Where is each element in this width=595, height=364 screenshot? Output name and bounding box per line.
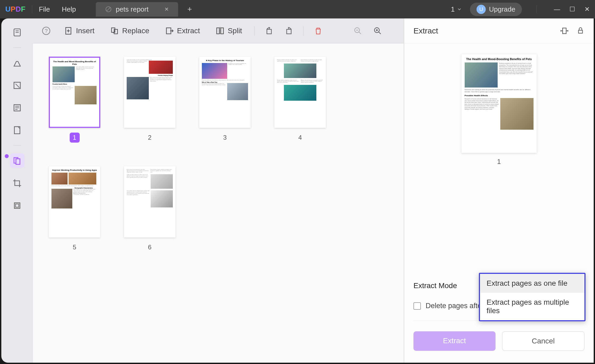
svg-rect-27 (287, 29, 291, 34)
minimize-icon[interactable]: — (554, 6, 560, 13)
tab-title: pets report (116, 5, 149, 13)
preview-subtitle: Possible Health Effects (465, 94, 534, 97)
page-count-selector[interactable]: 1 (451, 5, 462, 13)
title-bar: UPDF File Help pets report ✕ + 1 U Upgra… (0, 0, 595, 18)
replace-label: Replace (122, 27, 149, 35)
document-tab[interactable]: pets report ✕ (96, 2, 178, 17)
insert-button[interactable]: Insert (61, 24, 98, 37)
maximize-icon[interactable]: ☐ (569, 6, 575, 13)
page-thumb-4[interactable]: Et quasi architecto beatae vitae dicta s… (274, 57, 326, 143)
svg-rect-35 (563, 28, 566, 33)
page-thumb-1[interactable]: The Health and Mood-Boosting Benefits of… (49, 57, 100, 143)
preview-page-num: 1 (497, 158, 501, 166)
fit-width-icon[interactable] (560, 27, 569, 35)
page-num-badge: 3 (220, 133, 230, 143)
svg-line-29 (359, 32, 361, 34)
sidebar-edit-text-icon[interactable] (10, 78, 25, 93)
upgrade-button[interactable]: U Upgrade (470, 3, 522, 16)
preview-title: The Health and Mood-Boosting Benefits of… (465, 57, 534, 61)
thumb-title: The Health and Mood-Boosting Benefits of… (53, 60, 97, 65)
svg-line-32 (379, 32, 381, 34)
page-count-value: 1 (451, 5, 455, 13)
svg-text:?: ? (45, 28, 47, 34)
rotate-right-icon[interactable] (284, 26, 294, 36)
page-thumb-6[interactable]: At vero eos et accusamus et iusto odio d… (124, 166, 175, 252)
svg-line-1 (106, 7, 110, 11)
menu-file[interactable]: File (39, 5, 50, 13)
extract-label: Extract (177, 27, 200, 35)
sidebar-drag-handle[interactable] (5, 154, 9, 158)
chevron-down-icon (457, 7, 462, 12)
lock-icon[interactable] (577, 27, 584, 35)
close-icon[interactable]: ✕ (584, 6, 590, 13)
new-tab-button[interactable]: + (187, 5, 192, 14)
page-thumb-2[interactable]: Lorem ipsum dolor sit amet consectetur a… (124, 57, 175, 143)
option-multiple-files[interactable]: Extract pages as multiple files (480, 293, 584, 320)
replace-button[interactable]: Replace (107, 24, 153, 37)
page-num-badge: 6 (145, 242, 155, 252)
upgrade-label: Upgrade (489, 5, 515, 13)
split-label: Split (228, 27, 242, 35)
delete-icon[interactable] (313, 26, 323, 36)
split-button[interactable]: Split (212, 24, 245, 37)
cancel-button[interactable]: Cancel (502, 331, 585, 351)
preview-page[interactable]: The Health and Mood-Boosting Benefits of… (461, 54, 537, 153)
tab-close-icon[interactable]: ✕ (164, 6, 169, 12)
page-thumb-5[interactable]: Improve Working Productivity in Using Ap… (49, 166, 100, 252)
sidebar-highlighter-icon[interactable] (10, 56, 25, 70)
extract-confirm-button[interactable]: Extract (413, 331, 496, 351)
svg-rect-13 (15, 203, 20, 208)
page-num-badge: 1 (70, 133, 80, 143)
extract-button[interactable]: Extract (162, 24, 203, 37)
svg-rect-36 (579, 30, 583, 33)
rotate-left-icon[interactable] (264, 26, 274, 36)
sidebar-crop-icon[interactable] (10, 176, 25, 190)
svg-rect-14 (16, 204, 19, 207)
svg-rect-12 (16, 159, 20, 164)
user-avatar: U (477, 5, 486, 14)
menu-help[interactable]: Help (62, 5, 76, 13)
delete-after-checkbox[interactable] (413, 302, 421, 310)
app-logo: UPDF (5, 5, 25, 13)
sidebar-reader-icon[interactable] (10, 25, 25, 40)
toolbar: ? Insert Replace Extract Split (33, 18, 404, 43)
page-thumb-3[interactable]: A Key Phase in the History of Tourism Ex… (199, 57, 251, 143)
sidebar-form-icon[interactable] (10, 100, 25, 115)
tab-document-icon (105, 6, 112, 13)
page-num-badge: 5 (70, 242, 80, 252)
zoom-in-icon[interactable] (372, 26, 383, 36)
extract-mode-label: Extract Mode (413, 282, 457, 290)
zoom-out-icon[interactable] (353, 26, 363, 36)
sidebar-organize-pages-icon[interactable] (10, 153, 25, 168)
page-num-badge: 2 (145, 133, 155, 143)
svg-rect-26 (267, 29, 272, 34)
svg-rect-24 (221, 28, 223, 34)
sidebar-edit-page-icon[interactable] (10, 123, 25, 137)
pages-grid: The Health and Mood-Boosting Benefits of… (33, 43, 404, 363)
svg-rect-23 (217, 28, 219, 34)
sidebar-compress-icon[interactable] (10, 198, 25, 213)
extract-mode-menu: Extract pages as one file Extract pages … (479, 273, 586, 321)
page-num-badge: 4 (295, 133, 305, 143)
panel-title: Extract (413, 26, 438, 35)
insert-label: Insert (76, 27, 94, 35)
help-icon[interactable]: ? (41, 26, 51, 36)
option-one-file[interactable]: Extract pages as one file (480, 274, 584, 293)
left-sidebar (1, 18, 33, 363)
